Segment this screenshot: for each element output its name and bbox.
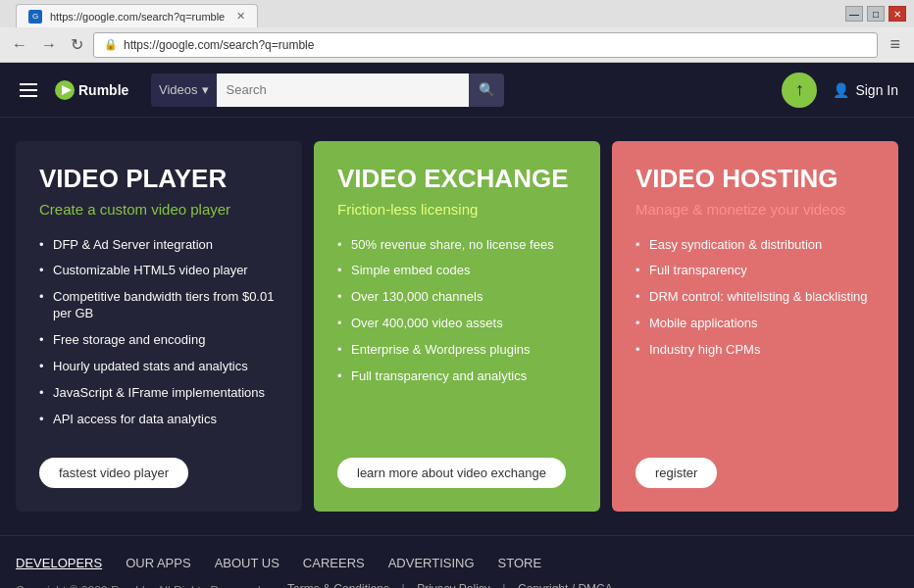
feature-item: Competitive bandwidth tiers from $0.01 p… — [39, 289, 279, 322]
video-player-subtitle: Create a custom video player — [39, 201, 279, 218]
feature-item: 50% revenue share, no license fees — [337, 237, 577, 254]
footer-bottom: Copyright © 2022 Rumble. All Rights Rese… — [16, 582, 898, 588]
dmca-link[interactable]: Copyright / DMCA — [518, 582, 613, 588]
svg-text:Rumble: Rumble — [78, 82, 129, 98]
feature-item: Hourly updated stats and analytics — [39, 359, 279, 375]
address-bar[interactable]: 🔒 https://google.com/search?q=rumble — [93, 32, 878, 58]
close-button[interactable]: ✕ — [889, 6, 906, 22]
sign-in-label: Sign In — [855, 82, 898, 98]
video-hosting-subtitle: Manage & monetize your videos — [635, 201, 875, 218]
privacy-link[interactable]: Privacy Policy — [417, 582, 490, 588]
video-hosting-cta-button[interactable]: register — [635, 458, 717, 488]
footer-nav-our-apps[interactable]: OUR APPS — [126, 556, 190, 570]
forward-button[interactable]: → — [37, 34, 61, 56]
search-type-label: Videos — [159, 82, 198, 97]
footer-nav-store[interactable]: STORE — [498, 556, 542, 570]
search-container: Videos ▾ 🔍 — [151, 74, 504, 107]
footer-nav: DEVELOPERS OUR APPS ABOUT US CAREERS ADV… — [16, 556, 898, 570]
title-bar: G https://google.com/search?q=rumble ✕ —… — [0, 0, 914, 27]
feature-item: Over 400,000 video assets — [337, 316, 577, 332]
video-hosting-title: VIDEO HOSTING — [635, 165, 875, 193]
tab-close-icon[interactable]: ✕ — [236, 10, 245, 23]
video-player-features: DFP & Ad Server integration Customizable… — [39, 237, 279, 438]
window-controls: — □ ✕ — [845, 6, 906, 22]
video-exchange-cta-button[interactable]: learn more about video exchange — [337, 458, 566, 488]
rumble-logo[interactable]: Rumble — [53, 78, 131, 102]
separator-2: | — [502, 582, 506, 588]
hamburger-line-1 — [20, 83, 37, 85]
video-exchange-features: 50% revenue share, no license fees Simpl… — [337, 237, 577, 438]
feature-item: DFP & Ad Server integration — [39, 237, 279, 254]
video-hosting-card: VIDEO HOSTING Manage & monetize your vid… — [612, 141, 898, 512]
feature-item: Over 130,000 channels — [337, 289, 577, 306]
video-exchange-title: VIDEO EXCHANGE — [337, 165, 577, 193]
video-player-title: VIDEO PLAYER — [39, 165, 279, 193]
browser-tab[interactable]: G https://google.com/search?q=rumble ✕ — [16, 4, 258, 27]
feature-item: Free storage and encoding — [39, 332, 279, 349]
feature-item: Industry high CPMs — [635, 342, 875, 359]
hamburger-menu-button[interactable] — [16, 79, 41, 101]
refresh-button[interactable]: ↻ — [67, 33, 87, 56]
feature-item: Easy syndication & distribution — [635, 237, 875, 254]
footer-nav-advertising[interactable]: ADVERTISING — [388, 556, 475, 570]
video-player-card: VIDEO PLAYER Create a custom video playe… — [16, 141, 302, 512]
user-icon: 👤 — [833, 82, 849, 98]
feature-item: DRM control: whitelisting & blacklisting — [635, 289, 875, 306]
browser-menu-button[interactable]: ≡ — [884, 32, 906, 57]
video-exchange-card: VIDEO EXCHANGE Friction-less licensing 5… — [314, 141, 600, 512]
cards-grid: VIDEO PLAYER Create a custom video playe… — [16, 141, 898, 512]
separator-1: | — [401, 582, 405, 588]
feature-item: JavaScript & IFrame implementations — [39, 385, 279, 402]
tab-favicon: G — [28, 10, 42, 24]
feature-item: Customizable HTML5 video player — [39, 263, 279, 279]
copyright-text: Copyright © 2022 Rumble. All Rights Rese… — [16, 584, 264, 588]
search-button[interactable]: 🔍 — [469, 74, 504, 107]
video-player-cta-button[interactable]: fastest video player — [39, 458, 188, 488]
hamburger-line-3 — [20, 95, 37, 97]
video-hosting-features: Easy syndication & distribution Full tra… — [635, 237, 875, 438]
site-footer: DEVELOPERS OUR APPS ABOUT US CAREERS ADV… — [0, 535, 914, 588]
address-bar-row: ← → ↻ 🔒 https://google.com/search?q=rumb… — [0, 27, 914, 63]
maximize-button[interactable]: □ — [867, 6, 885, 22]
feature-item: Simple embed codes — [337, 263, 577, 279]
browser-window: G https://google.com/search?q=rumble ✕ —… — [0, 0, 914, 63]
footer-nav-about-us[interactable]: ABOUT US — [215, 556, 279, 570]
search-dropdown[interactable]: Videos ▾ — [151, 74, 217, 107]
minimize-button[interactable]: — — [845, 6, 863, 22]
address-text: https://google.com/search?q=rumble — [124, 38, 314, 52]
footer-nav-developers[interactable]: DEVELOPERS — [16, 556, 102, 570]
site-header: Rumble Videos ▾ 🔍 ↑ 👤 Sign In — [0, 63, 914, 118]
feature-item: Full transparency — [635, 263, 875, 279]
dropdown-arrow-icon: ▾ — [202, 82, 209, 97]
upload-button[interactable]: ↑ — [782, 73, 817, 108]
hamburger-line-2 — [20, 89, 37, 91]
upload-icon: ↑ — [795, 79, 804, 100]
tab-title: https://google.com/search?q=rumble — [50, 11, 225, 23]
footer-legal-links: Terms & Conditions | Privacy Policy | Co… — [287, 582, 613, 588]
back-button[interactable]: ← — [8, 34, 31, 56]
feature-item: Full transparency and analytics — [337, 368, 577, 385]
search-input[interactable] — [217, 74, 469, 107]
search-icon: 🔍 — [479, 82, 495, 97]
header-right: ↑ 👤 Sign In — [782, 73, 898, 108]
sign-in-button[interactable]: 👤 Sign In — [833, 82, 898, 98]
video-exchange-subtitle: Friction-less licensing — [337, 201, 577, 218]
lock-icon: 🔒 — [104, 38, 118, 51]
feature-item: Enterprise & Wordpress plugins — [337, 342, 577, 359]
terms-link[interactable]: Terms & Conditions — [287, 582, 389, 588]
feature-item: Mobile applications — [635, 316, 875, 332]
footer-nav-careers[interactable]: CAREERS — [303, 556, 365, 570]
rumble-site: Rumble Videos ▾ 🔍 ↑ 👤 Sign In — [0, 63, 914, 588]
feature-item: API access for data analytics — [39, 412, 279, 428]
main-content: VIDEO PLAYER Create a custom video playe… — [0, 118, 914, 535]
